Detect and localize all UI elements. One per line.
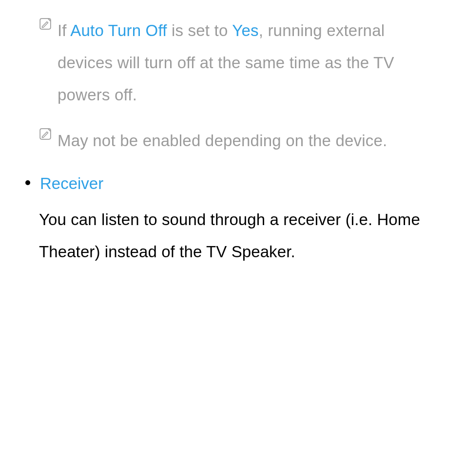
section-title: Receiver — [40, 172, 103, 195]
manual-page: If Auto Turn Off is set to Yes, running … — [0, 0, 465, 287]
bullet-dot-icon — [25, 180, 30, 185]
note-item: If Auto Turn Off is set to Yes, running … — [39, 15, 431, 111]
note-text: May not be enabled depending on the devi… — [58, 125, 431, 157]
section-body: You can listen to sound through a receiv… — [39, 204, 431, 268]
note-text: If Auto Turn Off is set to Yes, running … — [58, 15, 431, 111]
note-icon — [39, 128, 52, 140]
note-icon — [39, 18, 52, 30]
note-item: May not be enabled depending on the devi… — [39, 125, 431, 157]
section-bullet: Receiver — [25, 172, 431, 195]
